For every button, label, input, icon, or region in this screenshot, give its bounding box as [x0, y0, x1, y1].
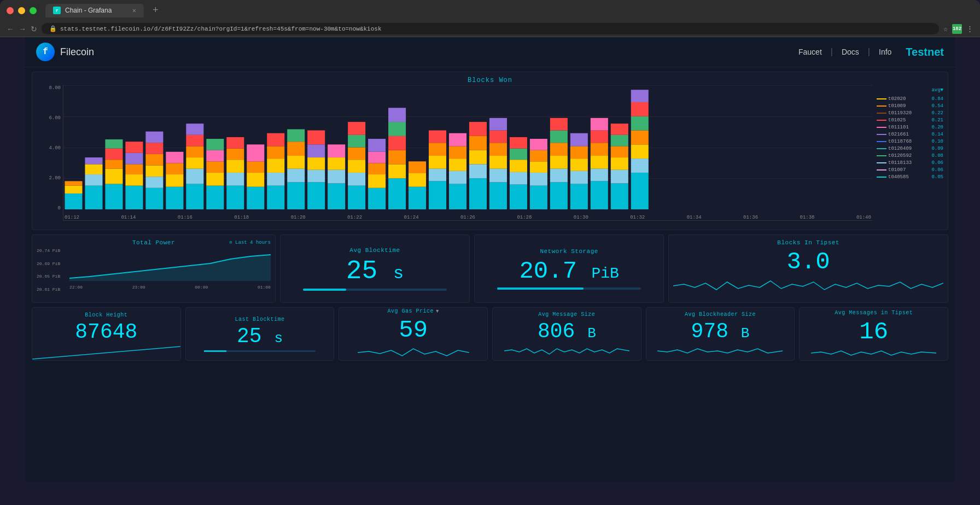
- svg-rect-88: [429, 156, 446, 169]
- svg-rect-53: [287, 169, 305, 183]
- legend-item-t0120592: t0120592 0.08: [877, 153, 943, 158]
- svg-rect-73: [368, 174, 386, 188]
- block-height-title: Block Height: [37, 312, 176, 318]
- y-label-4: 4.00: [37, 145, 61, 151]
- nav-faucet[interactable]: Faucet: [798, 48, 822, 56]
- svg-rect-83: [409, 187, 426, 209]
- svg-rect-61: [307, 131, 325, 145]
- nav-info[interactable]: Info: [879, 48, 891, 56]
- svg-rect-94: [449, 146, 466, 158]
- x-label-0114: 01:14: [121, 215, 136, 220]
- tp-x-2300: 23:00: [132, 285, 145, 290]
- svg-rect-41: [226, 149, 244, 160]
- legend-val-t02020: 0.84: [931, 96, 943, 102]
- svg-rect-35: [206, 161, 224, 173]
- avg-blocktime-title: Avg Blocktime: [349, 247, 400, 254]
- x-label-0116: 01:16: [178, 215, 192, 220]
- legend-val-t0120592: 0.08: [931, 153, 943, 158]
- logo-area: f Filecoin: [36, 43, 94, 61]
- network-storage-panel: Network Storage 20.7 PiB: [474, 234, 664, 303]
- legend-label-t0120409: t0120409: [888, 146, 930, 151]
- svg-rect-140: [631, 173, 649, 209]
- y-axis: 8.00 6.00 4.00 2.00 0: [37, 85, 63, 221]
- x-label-0140: 01:40: [856, 215, 871, 220]
- msg-size-sparkline: [504, 345, 629, 356]
- forward-button[interactable]: →: [19, 25, 26, 33]
- x-label-0118: 01:18: [234, 215, 249, 220]
- svg-rect-26: [166, 152, 183, 163]
- svg-rect-110: [510, 149, 527, 160]
- total-power-chart-area: 20.74 PiB 20.69 PiB 20.65 PiB 20.61 PiB …: [37, 248, 271, 292]
- nav-docs[interactable]: Docs: [842, 48, 859, 56]
- reload-button[interactable]: ↻: [31, 25, 37, 33]
- svg-rect-146: [631, 90, 649, 102]
- minimize-dot[interactable]: [18, 7, 25, 14]
- svg-rect-137: [611, 146, 628, 157]
- tp-x-2200: 22:00: [69, 285, 83, 290]
- x-label-0132: 01:32: [630, 215, 645, 220]
- svg-rect-1: [65, 186, 82, 193]
- avg-blockheader-size-title: Avg Blockheader Size: [685, 312, 756, 318]
- legend-label-t0119320: t0119320: [888, 110, 930, 116]
- svg-rect-87: [429, 169, 446, 181]
- new-tab-button[interactable]: +: [148, 5, 163, 16]
- legend-item-t01009: t01009 0.54: [877, 103, 943, 109]
- legend-color-t01025: [877, 120, 886, 121]
- svg-rect-39: [226, 173, 244, 186]
- legend-color-t021661: [877, 134, 886, 135]
- svg-rect-78: [388, 164, 406, 178]
- legend-val-t040585: 0.05: [931, 174, 943, 180]
- tab-close-button[interactable]: ✕: [132, 7, 136, 15]
- legend-label-t02020: t02020: [888, 96, 930, 102]
- blockheader-sparkline: [657, 345, 783, 356]
- avg-messages-tipset-panel: Avg Messages in Tipset 16: [799, 307, 948, 361]
- avg-gas-price-panel: Avg Gas Price ▼ 59: [339, 307, 488, 361]
- svg-rect-136: [611, 157, 628, 170]
- svg-rect-43: [247, 187, 264, 209]
- legend-color-t040585: [877, 177, 886, 178]
- maximize-dot[interactable]: [30, 7, 37, 14]
- block-height-value: 87648: [37, 320, 176, 344]
- network-storage-bar: [497, 287, 641, 290]
- legend-color-t0119320: [877, 113, 886, 114]
- tp-x-0000: 00:00: [195, 285, 208, 290]
- svg-rect-22: [145, 132, 163, 143]
- svg-rect-100: [469, 122, 487, 136]
- svg-rect-75: [368, 152, 386, 163]
- svg-rect-5: [85, 164, 102, 174]
- legend-item-t0118768: t0118768 0.10: [877, 139, 943, 144]
- svg-rect-69: [348, 148, 365, 160]
- blocks-won-title: Blocks Won: [37, 77, 943, 84]
- svg-rect-17: [145, 188, 163, 209]
- svg-rect-118: [550, 169, 568, 183]
- svg-rect-30: [186, 146, 203, 157]
- svg-rect-84: [409, 173, 426, 187]
- tab-title: Chain - Grafana: [65, 7, 112, 14]
- legend-label-t0118133: t0118133: [888, 160, 930, 166]
- app-header: f Filecoin Faucet | Docs | Info Testnet: [25, 37, 955, 67]
- svg-rect-44: [247, 173, 264, 187]
- svg-rect-143: [631, 131, 649, 145]
- back-button[interactable]: ←: [7, 25, 14, 33]
- avg-gas-price-title-area[interactable]: Avg Gas Price ▼: [387, 308, 439, 314]
- block-height-triangle: [32, 344, 180, 360]
- svg-rect-122: [550, 118, 568, 131]
- address-bar[interactable]: 🔒 stats.testnet.filecoin.io/d/z6FtI92Zz/…: [42, 23, 939, 34]
- svg-rect-85: [409, 161, 426, 173]
- nav-sep-1: |: [831, 47, 833, 57]
- svg-rect-89: [429, 143, 446, 156]
- svg-rect-102: [489, 169, 507, 183]
- svg-rect-126: [570, 146, 588, 158]
- svg-rect-31: [186, 135, 203, 146]
- legend-color-t011101: [877, 127, 886, 128]
- svg-rect-70: [348, 135, 365, 148]
- svg-rect-134: [611, 184, 628, 209]
- close-dot[interactable]: [7, 7, 14, 14]
- avg-blockheader-unit: B: [741, 325, 750, 342]
- x-label-0134: 01:34: [687, 215, 702, 220]
- total-power-hint: ⊙ Last 4 hours: [229, 239, 271, 245]
- x-label-0124: 01:24: [404, 215, 419, 220]
- svg-rect-76: [368, 139, 386, 152]
- legend-item-t02020: t02020 0.84: [877, 96, 943, 102]
- legend-item-t021661: t021661 0.14: [877, 132, 943, 137]
